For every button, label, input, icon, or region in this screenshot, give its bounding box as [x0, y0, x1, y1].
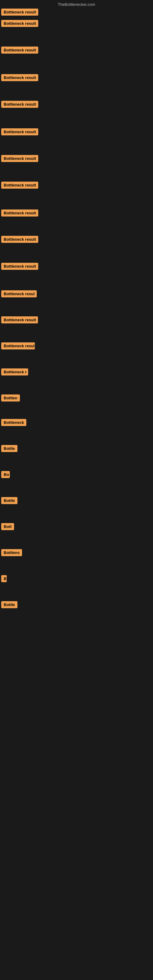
bottleneck-badge[interactable]: Bottleneck result — [1, 317, 38, 323]
site-title: TheBottlenecker.com — [58, 2, 95, 7]
bottleneck-badge-row-3[interactable]: Bottleneck result — [1, 46, 38, 55]
badges-container: Bottleneck resultBottleneck resultBottle… — [0, 9, 153, 973]
bottleneck-badge-row-19[interactable]: Bo — [1, 471, 10, 479]
bottleneck-badge-row-14[interactable]: Bottleneck resul — [1, 342, 35, 351]
bottleneck-badge[interactable]: Bottleneck result — [1, 46, 38, 54]
bottleneck-badge[interactable]: Bottleneck result — [1, 101, 38, 108]
bottleneck-badge[interactable]: Bottleneck — [1, 419, 26, 426]
bottleneck-badge[interactable]: Bottleneck resul — [1, 342, 35, 350]
bottleneck-badge-row-8[interactable]: Bottleneck result — [1, 181, 38, 190]
bottleneck-badge-row-18[interactable]: Bottle — [1, 445, 18, 453]
bottleneck-badge-row-21[interactable]: Bott — [1, 523, 14, 531]
site-title-container: TheBottlenecker.com — [0, 0, 153, 9]
bottleneck-badge-row-1[interactable]: Bottleneck result — [1, 9, 38, 17]
bottleneck-badge-row-22[interactable]: Bottlens — [1, 549, 22, 557]
bottleneck-badge-row-10[interactable]: Bottleneck result — [1, 236, 38, 244]
bottleneck-badge[interactable]: B — [1, 575, 7, 582]
bottleneck-badge[interactable]: Bo — [1, 471, 10, 478]
bottleneck-badge[interactable]: Bottleneck result — [1, 236, 38, 243]
bottleneck-badge[interactable]: Bottleneck result — [1, 20, 38, 27]
bottleneck-badge-row-4[interactable]: Bottleneck result — [1, 74, 38, 83]
bottleneck-badge-row-23[interactable]: B — [1, 575, 7, 584]
bottleneck-badge[interactable]: Bottleneck resul — [1, 290, 37, 298]
bottleneck-badge[interactable]: Bottleneck result — [1, 9, 38, 16]
bottleneck-badge-row-12[interactable]: Bottleneck resul — [1, 290, 37, 299]
bottleneck-badge-row-9[interactable]: Bottleneck result — [1, 210, 38, 218]
bottleneck-badge[interactable]: Bottlen — [1, 395, 20, 401]
bottleneck-badge-row-15[interactable]: Bottleneck r — [1, 368, 28, 377]
bottleneck-badge-row-5[interactable]: Bottleneck result — [1, 101, 38, 109]
bottleneck-badge[interactable]: Bottleneck result — [1, 74, 38, 81]
bottleneck-badge[interactable]: Bottleneck r — [1, 368, 28, 375]
bottleneck-badge-row-6[interactable]: Bottleneck result — [1, 128, 38, 137]
bottleneck-badge[interactable]: Bottleneck result — [1, 155, 38, 162]
bottleneck-badge[interactable]: Bottleneck result — [1, 210, 38, 216]
bottleneck-badge-row-11[interactable]: Bottleneck result — [1, 263, 38, 271]
bottleneck-badge-row-7[interactable]: Bottleneck result — [1, 155, 38, 163]
bottleneck-badge[interactable]: Bottle — [1, 445, 18, 452]
bottleneck-badge-row-13[interactable]: Bottleneck result — [1, 317, 38, 325]
bottleneck-badge[interactable]: Bott — [1, 523, 14, 530]
bottleneck-badge[interactable]: Bottle — [1, 497, 18, 504]
bottleneck-badge[interactable]: Bottleneck result — [1, 263, 38, 270]
bottleneck-badge-row-2[interactable]: Bottleneck result — [1, 20, 38, 28]
bottleneck-badge[interactable]: Bottlens — [1, 549, 22, 556]
bottleneck-badge[interactable]: Bottle — [1, 601, 18, 608]
bottleneck-badge[interactable]: Bottleneck result — [1, 181, 38, 189]
bottleneck-badge-row-20[interactable]: Bottle — [1, 497, 18, 505]
bottleneck-badge[interactable]: Bottleneck result — [1, 128, 38, 135]
bottleneck-badge-row-24[interactable]: Bottle — [1, 601, 18, 609]
bottleneck-badge-row-17[interactable]: Bottleneck — [1, 419, 26, 427]
bottleneck-badge-row-16[interactable]: Bottlen — [1, 395, 20, 403]
